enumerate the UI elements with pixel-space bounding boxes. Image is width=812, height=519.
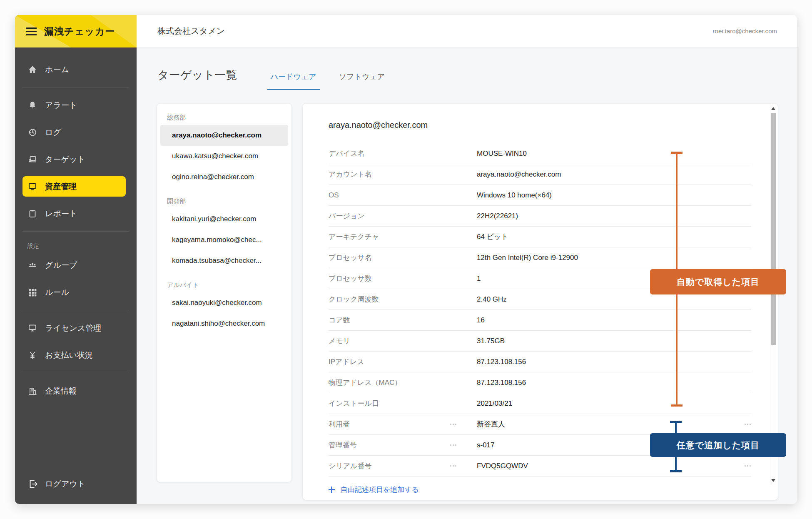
field-row: プロセッサ名12th Gen Intel(R) Core i9-12900 (329, 247, 751, 268)
report-icon (27, 209, 37, 219)
sidebar-nav: ホームアラートログターゲット資産管理レポート設定グループルールライセンス管理お支… (15, 47, 137, 404)
field-value: 新谷直人 (477, 419, 733, 429)
sidebar-item-company[interactable]: 企業情報 (15, 377, 137, 404)
company-name: 株式会社スタメン (157, 25, 225, 37)
field-label: アーキテクチャ (329, 232, 450, 242)
field-label-menu-icon[interactable] (450, 424, 457, 425)
hamburger-menu-icon[interactable] (26, 27, 37, 35)
nav-divider (22, 373, 129, 373)
field-label: 利用者 (329, 419, 450, 429)
member-item[interactable]: sakai.naoyuki@checker.com (157, 292, 291, 313)
field-row: OSWindows 10 home(×64) (329, 185, 751, 206)
add-free-field-label: 自由記述項目を追加する (341, 485, 419, 494)
field-row: バージョン22H2(22621) (329, 206, 751, 227)
target-icon (27, 155, 37, 165)
field-value: Windows 10 home(×64) (477, 191, 733, 200)
app-window: 漏洩チェッカー ホームアラートログターゲット資産管理レポート設定グループルールラ… (15, 15, 797, 504)
user-email[interactable]: roei.taro@checker.com (713, 27, 777, 35)
scrollbar-thumb[interactable] (771, 113, 776, 345)
asset-icon (27, 182, 37, 192)
group-label: アルバイト (157, 271, 291, 292)
scroll-up-icon[interactable] (771, 107, 775, 110)
member-item[interactable]: kakitani.yuri@checker.com (157, 209, 291, 230)
sidebar-item-label: レポート (45, 208, 77, 219)
tab-hardware[interactable]: ハードウェア (268, 72, 319, 90)
app-title: 漏洩チェッカー (44, 25, 115, 38)
field-row: 物理アドレス（MAC）87.123.108.156 (329, 372, 751, 393)
license-icon (27, 323, 37, 333)
sidebar-item-label: 資産管理 (45, 181, 77, 192)
field-row: アカウント名araya.naoto@checker.com (329, 164, 751, 185)
field-value: FVDQ5GQWDV (477, 462, 733, 470)
sidebar-item-label: 企業情報 (45, 386, 77, 397)
scroll-down-icon[interactable] (771, 479, 775, 482)
member-item[interactable]: komada.tsubasa@checker... (157, 250, 291, 271)
field-label: シリアル番号 (329, 461, 450, 471)
sidebar-item-home[interactable]: ホーム (15, 56, 137, 83)
member-list-panel: 総務部araya.naoto@checker.comukawa.katsu@ch… (157, 104, 291, 482)
field-row-menu-icon[interactable] (745, 465, 751, 467)
tabs: ハードウェア ソフトウェア (268, 72, 405, 90)
sidebar-item-logout[interactable]: ログアウト (27, 478, 87, 490)
sidebar-item-group[interactable]: グループ (15, 252, 137, 279)
field-label: IPアドレス (329, 357, 450, 367)
detail-scrollbar[interactable] (770, 104, 776, 485)
field-value: 22H2(22621) (477, 212, 733, 220)
group-label: 総務部 (157, 111, 291, 125)
field-row: シリアル番号FVDQ5GQWDV (329, 456, 751, 477)
field-label-menu-icon[interactable] (450, 465, 457, 467)
detail-title: araya.naoto@checker.com (303, 104, 778, 130)
sidebar-item-alert[interactable]: アラート (15, 92, 137, 119)
field-value: 2.40 GHz (477, 295, 733, 304)
member-item[interactable]: ukawa.katsu@checker.com (157, 146, 291, 167)
company-icon (27, 386, 37, 396)
group-label: 開発部 (157, 187, 291, 209)
sidebar: 漏洩チェッカー ホームアラートログターゲット資産管理レポート設定グループルールラ… (15, 15, 137, 504)
member-item[interactable]: kageyama.momoko@chec... (157, 230, 291, 250)
sidebar-item-rule[interactable]: ルール (15, 279, 137, 306)
logout-icon (27, 479, 38, 489)
app-logo[interactable]: 漏洩チェッカー (15, 15, 137, 47)
field-row-menu-icon[interactable] (745, 424, 751, 425)
field-row: IPアドレス87.123.108.156 (329, 352, 751, 372)
sidebar-item-label: グループ (45, 260, 77, 271)
field-label: バージョン (329, 211, 450, 221)
plus-icon (329, 487, 335, 493)
sidebar-item-label: アラート (45, 100, 77, 111)
custom-fields-callout: 任意で追加した項目 (650, 433, 786, 457)
home-icon (27, 65, 37, 75)
field-value: 87.123.108.156 (477, 358, 733, 366)
sidebar-item-label: お支払い状況 (45, 350, 93, 361)
nav-divider (22, 87, 129, 87)
field-value: 64 ビット (477, 232, 733, 242)
sidebar-item-label: ホーム (45, 64, 69, 75)
field-row: 利用者新谷直人 (329, 414, 751, 435)
field-value: araya.naoto@checker.com (477, 170, 733, 179)
sidebar-item-label: ログ (45, 127, 61, 138)
field-value: 16 (477, 316, 733, 324)
member-item[interactable]: nagatani.shiho@checker.com (157, 313, 291, 334)
field-value: 12th Gen Intel(R) Core i9-12900 (477, 254, 733, 262)
sidebar-item-license[interactable]: ライセンス管理 (15, 314, 137, 342)
member-item[interactable]: araya.naoto@checker.com (160, 125, 288, 146)
field-row: アーキテクチャ64 ビット (329, 227, 751, 247)
sidebar-item-target[interactable]: ターゲット (15, 146, 137, 173)
sidebar-item-label: ライセンス管理 (45, 323, 101, 334)
field-label: インストール日 (329, 399, 450, 408)
sidebar-item-asset[interactable]: 資産管理 (22, 176, 126, 197)
sidebar-item-report[interactable]: レポート (15, 200, 137, 227)
field-label: アカウント名 (329, 170, 450, 179)
logout-label: ログアウト (45, 478, 87, 490)
field-row: インストール日2021/03/21 (329, 393, 751, 414)
member-item[interactable]: ogino.reina@checker.com (157, 167, 291, 187)
nav-divider (22, 310, 129, 310)
tab-software[interactable]: ソフトウェア (336, 72, 388, 90)
field-label-menu-icon[interactable] (450, 444, 457, 446)
auto-fields-callout: 自動で取得した項目 (650, 269, 786, 294)
sidebar-item-payment[interactable]: お支払い状況 (15, 342, 137, 369)
add-free-field-link[interactable]: 自由記述項目を追加する (329, 485, 419, 494)
field-label: 管理番号 (329, 440, 450, 450)
field-label: OS (329, 191, 450, 200)
sidebar-item-label: ターゲット (45, 154, 85, 165)
sidebar-item-log[interactable]: ログ (15, 119, 137, 146)
